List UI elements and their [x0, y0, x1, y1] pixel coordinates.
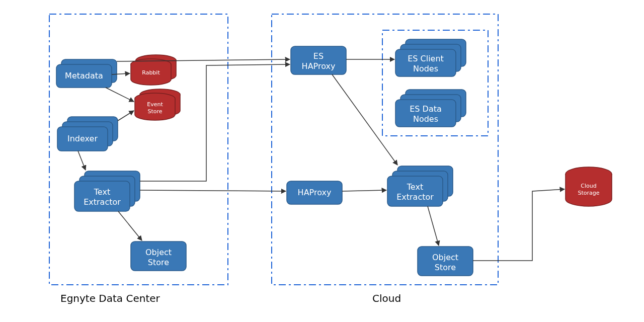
node-text-extractor-dc-label1: Text	[94, 187, 110, 197]
node-cloud-storage-label1: Cloud	[581, 183, 596, 189]
node-text-extractor-cloud-label2: Extractor	[396, 192, 434, 202]
node-text-extractor-cloud: Text Extractor	[387, 166, 453, 206]
region-datacenter-label: Egnyte Data Center	[60, 292, 160, 304]
arrow-object-store-cloud-to-cloud-storage	[473, 189, 565, 261]
node-object-store-dc-label2: Store	[148, 258, 169, 267]
node-text-extractor-dc: Text Extractor	[74, 171, 140, 211]
node-es-haproxy-label2: HAProxy	[302, 61, 336, 71]
node-cloud-storage: Cloud Storage	[566, 167, 612, 206]
node-haproxy: HAProxy	[287, 181, 342, 204]
node-es-data-nodes-label1: ES Data	[410, 104, 442, 114]
node-object-store-dc: Object Store	[131, 242, 186, 271]
node-es-client-nodes-label2: Nodes	[413, 64, 438, 73]
node-metadata-label: Metadata	[65, 71, 103, 80]
node-indexer: Indexer	[57, 117, 118, 151]
node-rabbit: Rabbit	[131, 55, 176, 85]
node-es-data-nodes: ES Data Nodes	[395, 90, 466, 127]
arrow-indexer-to-text-extractor-dc	[78, 151, 86, 170]
node-indexer-label: Indexer	[67, 134, 98, 143]
node-es-haproxy: ES HAProxy	[291, 46, 346, 74]
node-haproxy-label: HAProxy	[298, 188, 332, 197]
arrow-text-extractor-cloud-to-object-store-cloud	[428, 206, 439, 246]
node-event-store: Event Store	[135, 89, 180, 120]
node-object-store-cloud-label1: Object	[432, 253, 458, 262]
arrow-indexer-to-event-store	[118, 111, 134, 121]
arrow-text-extractor-dc-to-haproxy	[140, 190, 286, 191]
node-object-store-dc-label1: Object	[145, 248, 172, 257]
region-cloud-label: Cloud	[372, 292, 401, 304]
node-object-store-cloud-label2: Store	[435, 263, 456, 272]
node-rabbit-label: Rabbit	[142, 69, 160, 76]
arrow-text-extractor-dc-to-object-store-dc	[118, 211, 142, 240]
node-event-store-label2: Store	[147, 108, 162, 115]
node-text-extractor-dc-label2: Extractor	[84, 197, 121, 207]
node-es-haproxy-label1: ES	[313, 51, 324, 61]
node-cloud-storage-label2: Storage	[578, 190, 599, 196]
node-es-client-nodes: ES Client Nodes	[395, 39, 466, 76]
node-es-data-nodes-label2: Nodes	[413, 114, 438, 124]
node-text-extractor-cloud-label1: Text	[407, 182, 423, 192]
node-metadata: Metadata	[56, 59, 117, 88]
arrow-metadata-to-event-store	[106, 88, 134, 102]
node-object-store-cloud: Object Store	[418, 247, 473, 276]
node-event-store-label1: Event	[147, 101, 163, 108]
node-es-client-nodes-label1: ES Client	[408, 54, 444, 63]
arrow-haproxy-to-text-extractor-cloud	[342, 190, 386, 191]
arrow-es-haproxy-to-text-extractor-cloud	[332, 74, 397, 165]
